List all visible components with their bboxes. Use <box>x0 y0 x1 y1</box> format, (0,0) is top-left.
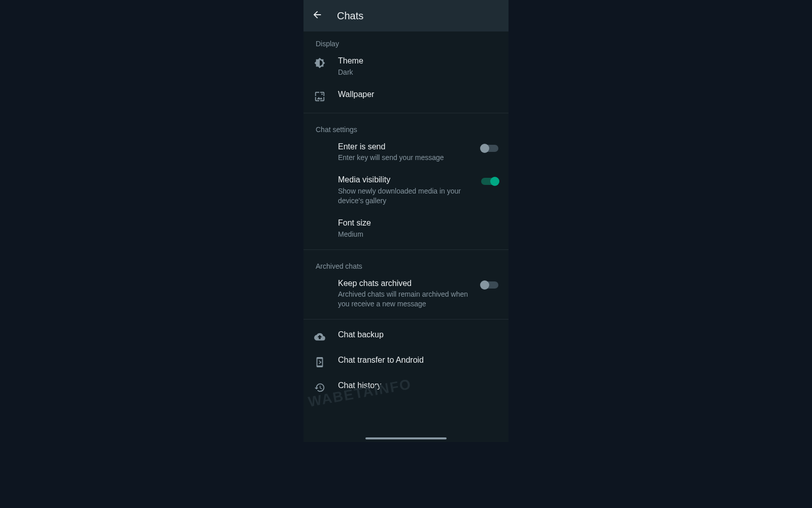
chat-history-title: Chat history <box>338 380 498 391</box>
media-visibility-title: Media visibility <box>338 175 469 185</box>
wallpaper-icon <box>314 90 326 103</box>
history-icon <box>314 382 326 394</box>
header: Chats <box>303 0 509 31</box>
keep-archived-toggle[interactable] <box>481 281 498 289</box>
theme-title: Theme <box>338 56 498 67</box>
page-title: Chats <box>337 10 363 22</box>
font-size-row[interactable]: Font size Medium <box>303 212 509 245</box>
brightness-icon <box>314 57 326 69</box>
theme-value: Dark <box>338 68 498 77</box>
font-size-value: Medium <box>338 230 498 239</box>
theme-row[interactable]: Theme Dark <box>303 50 509 83</box>
divider <box>303 113 509 113</box>
chat-transfer-title: Chat transfer to Android <box>338 355 498 366</box>
home-indicator[interactable] <box>365 437 447 439</box>
wallpaper-title: Wallpaper <box>338 89 498 100</box>
divider <box>303 319 509 320</box>
keep-archived-title: Keep chats archived <box>338 278 469 289</box>
enter-send-row[interactable]: Enter is send Enter key will send your m… <box>303 136 509 169</box>
phone-export-icon <box>314 356 326 368</box>
chat-backup-title: Chat backup <box>338 330 498 340</box>
enter-send-sub: Enter key will send your message <box>338 153 469 163</box>
divider <box>303 249 509 250</box>
cloud-upload-icon <box>314 331 326 343</box>
chat-history-row[interactable]: Chat history <box>303 374 509 400</box>
back-icon[interactable] <box>312 9 323 22</box>
media-visibility-toggle[interactable] <box>481 178 498 185</box>
enter-send-title: Enter is send <box>338 142 469 152</box>
media-visibility-row[interactable]: Media visibility Show newly downloaded m… <box>303 169 509 212</box>
section-header-chat: Chat settings <box>303 117 509 136</box>
keep-archived-row[interactable]: Keep chats archived Archived chats will … <box>303 272 509 315</box>
chat-backup-row[interactable]: Chat backup <box>303 324 509 349</box>
wallpaper-row[interactable]: Wallpaper <box>303 83 509 109</box>
enter-send-toggle[interactable] <box>481 145 498 152</box>
media-visibility-sub: Show newly downloaded media in your devi… <box>338 186 469 206</box>
font-size-title: Font size <box>338 218 498 229</box>
settings-screen: Chats Display Theme Dark Wallpaper Chat … <box>303 0 509 442</box>
section-header-display: Display <box>303 31 509 50</box>
keep-archived-sub: Archived chats will remain archived when… <box>338 290 469 309</box>
chat-transfer-row[interactable]: Chat transfer to Android <box>303 349 509 374</box>
section-header-archived: Archived chats <box>303 254 509 272</box>
